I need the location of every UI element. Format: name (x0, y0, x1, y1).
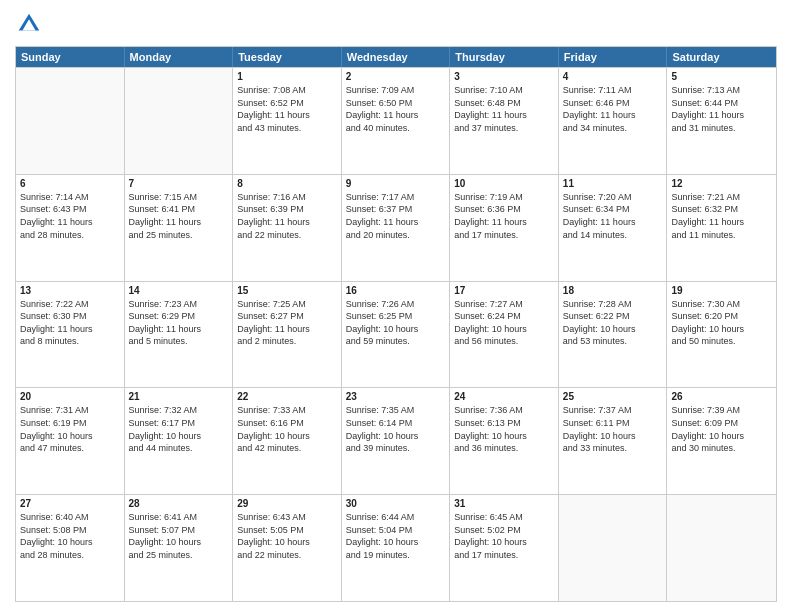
cell-line: and 2 minutes. (237, 335, 337, 348)
cell-line: Sunset: 5:04 PM (346, 524, 446, 537)
calendar-row: 13Sunrise: 7:22 AMSunset: 6:30 PMDayligh… (16, 281, 776, 388)
cell-line: Daylight: 10 hours (563, 323, 663, 336)
day-number: 29 (237, 498, 337, 509)
day-number: 7 (129, 178, 229, 189)
cell-line: Daylight: 10 hours (237, 430, 337, 443)
day-number: 28 (129, 498, 229, 509)
day-number: 16 (346, 285, 446, 296)
calendar-cell: 6Sunrise: 7:14 AMSunset: 6:43 PMDaylight… (16, 175, 125, 281)
cell-line: Daylight: 11 hours (237, 216, 337, 229)
cell-line: and 22 minutes. (237, 549, 337, 562)
cell-line: and 50 minutes. (671, 335, 772, 348)
cell-line: Daylight: 10 hours (454, 430, 554, 443)
cell-line: and 28 minutes. (20, 549, 120, 562)
cell-line: and 17 minutes. (454, 549, 554, 562)
cell-line: and 20 minutes. (346, 229, 446, 242)
calendar-cell: 31Sunrise: 6:45 AMSunset: 5:02 PMDayligh… (450, 495, 559, 601)
day-number: 2 (346, 71, 446, 82)
day-number: 21 (129, 391, 229, 402)
cell-line: Sunset: 6:41 PM (129, 203, 229, 216)
calendar-cell: 1Sunrise: 7:08 AMSunset: 6:52 PMDaylight… (233, 68, 342, 174)
calendar-body: 1Sunrise: 7:08 AMSunset: 6:52 PMDaylight… (16, 67, 776, 601)
calendar-row: 20Sunrise: 7:31 AMSunset: 6:19 PMDayligh… (16, 387, 776, 494)
cell-line: Sunset: 6:11 PM (563, 417, 663, 430)
cell-line: and 37 minutes. (454, 122, 554, 135)
cell-line: and 59 minutes. (346, 335, 446, 348)
cell-line: Daylight: 10 hours (20, 430, 120, 443)
cell-line: Sunset: 6:22 PM (563, 310, 663, 323)
calendar-cell: 27Sunrise: 6:40 AMSunset: 5:08 PMDayligh… (16, 495, 125, 601)
cell-line: and 28 minutes. (20, 229, 120, 242)
weekday-header: Sunday (16, 47, 125, 67)
day-number: 6 (20, 178, 120, 189)
cell-line: Sunset: 6:09 PM (671, 417, 772, 430)
calendar-cell: 23Sunrise: 7:35 AMSunset: 6:14 PMDayligh… (342, 388, 451, 494)
weekday-header: Friday (559, 47, 668, 67)
cell-line: Daylight: 10 hours (454, 536, 554, 549)
day-number: 3 (454, 71, 554, 82)
cell-line: Sunrise: 7:14 AM (20, 191, 120, 204)
cell-line: Sunrise: 6:41 AM (129, 511, 229, 524)
header (15, 10, 777, 38)
cell-line: Sunrise: 7:16 AM (237, 191, 337, 204)
cell-line: Sunset: 6:48 PM (454, 97, 554, 110)
cell-line: Sunrise: 7:11 AM (563, 84, 663, 97)
cell-line: Sunset: 6:16 PM (237, 417, 337, 430)
cell-line: Sunrise: 7:28 AM (563, 298, 663, 311)
calendar-row: 27Sunrise: 6:40 AMSunset: 5:08 PMDayligh… (16, 494, 776, 601)
cell-line: Daylight: 11 hours (346, 216, 446, 229)
cell-line: Sunrise: 7:23 AM (129, 298, 229, 311)
day-number: 8 (237, 178, 337, 189)
cell-line: Sunset: 6:27 PM (237, 310, 337, 323)
day-number: 11 (563, 178, 663, 189)
cell-line: Daylight: 10 hours (129, 430, 229, 443)
cell-line: Daylight: 11 hours (671, 216, 772, 229)
calendar-cell (667, 495, 776, 601)
cell-line: Daylight: 11 hours (129, 323, 229, 336)
cell-line: Sunset: 6:52 PM (237, 97, 337, 110)
cell-line: Sunset: 6:36 PM (454, 203, 554, 216)
cell-line: Sunset: 5:07 PM (129, 524, 229, 537)
day-number: 24 (454, 391, 554, 402)
day-number: 30 (346, 498, 446, 509)
calendar-cell: 25Sunrise: 7:37 AMSunset: 6:11 PMDayligh… (559, 388, 668, 494)
cell-line: Sunrise: 7:36 AM (454, 404, 554, 417)
cell-line: Sunrise: 7:17 AM (346, 191, 446, 204)
weekday-header: Tuesday (233, 47, 342, 67)
day-number: 31 (454, 498, 554, 509)
cell-line: Sunrise: 7:25 AM (237, 298, 337, 311)
weekday-header: Monday (125, 47, 234, 67)
cell-line: Sunset: 6:43 PM (20, 203, 120, 216)
cell-line: Daylight: 10 hours (454, 323, 554, 336)
day-number: 13 (20, 285, 120, 296)
cell-line: Sunrise: 7:08 AM (237, 84, 337, 97)
calendar-cell: 2Sunrise: 7:09 AMSunset: 6:50 PMDaylight… (342, 68, 451, 174)
day-number: 26 (671, 391, 772, 402)
cell-line: and 36 minutes. (454, 442, 554, 455)
cell-line: Daylight: 10 hours (346, 323, 446, 336)
cell-line: and 19 minutes. (346, 549, 446, 562)
day-number: 25 (563, 391, 663, 402)
cell-line: Daylight: 11 hours (129, 216, 229, 229)
day-number: 22 (237, 391, 337, 402)
cell-line: Daylight: 11 hours (563, 216, 663, 229)
calendar-cell: 18Sunrise: 7:28 AMSunset: 6:22 PMDayligh… (559, 282, 668, 388)
cell-line: and 43 minutes. (237, 122, 337, 135)
calendar-cell: 3Sunrise: 7:10 AMSunset: 6:48 PMDaylight… (450, 68, 559, 174)
cell-line: Daylight: 10 hours (129, 536, 229, 549)
cell-line: Sunrise: 7:27 AM (454, 298, 554, 311)
calendar-cell: 17Sunrise: 7:27 AMSunset: 6:24 PMDayligh… (450, 282, 559, 388)
cell-line: Sunset: 6:37 PM (346, 203, 446, 216)
cell-line: Sunset: 6:19 PM (20, 417, 120, 430)
calendar-cell: 13Sunrise: 7:22 AMSunset: 6:30 PMDayligh… (16, 282, 125, 388)
cell-line: and 5 minutes. (129, 335, 229, 348)
cell-line: Daylight: 10 hours (563, 430, 663, 443)
calendar-cell: 30Sunrise: 6:44 AMSunset: 5:04 PMDayligh… (342, 495, 451, 601)
cell-line: Sunset: 5:05 PM (237, 524, 337, 537)
day-number: 4 (563, 71, 663, 82)
cell-line: and 39 minutes. (346, 442, 446, 455)
day-number: 17 (454, 285, 554, 296)
cell-line: Daylight: 11 hours (20, 323, 120, 336)
cell-line: Sunset: 6:20 PM (671, 310, 772, 323)
cell-line: and 33 minutes. (563, 442, 663, 455)
